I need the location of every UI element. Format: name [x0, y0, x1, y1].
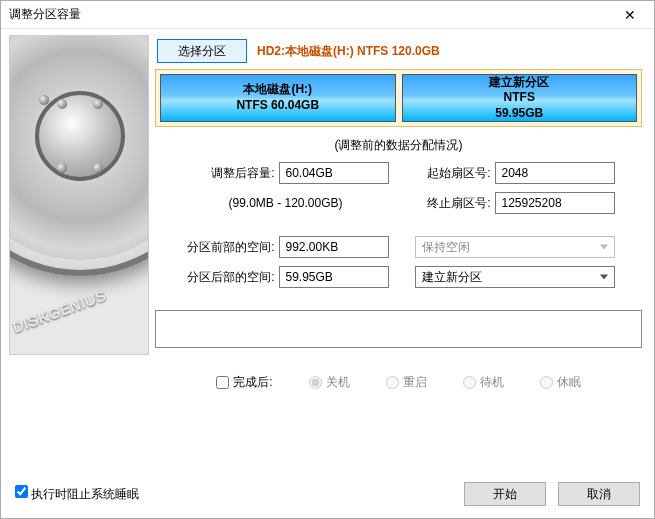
label-start-sector: 起始扇区号: — [415, 165, 491, 182]
prevent-sleep-input[interactable] — [15, 485, 28, 498]
partition-info: NTFS 60.04GB — [236, 98, 319, 114]
radio-restart-input — [386, 376, 399, 389]
after-done-label: 完成后: — [233, 374, 272, 391]
close-button[interactable]: ✕ — [610, 2, 650, 28]
combo-space-after-value: 建立新分区 — [422, 269, 482, 286]
window-title: 调整分区容量 — [9, 6, 81, 23]
brand-text: DISKGENIUS — [10, 286, 108, 336]
input-end-sector[interactable] — [495, 192, 615, 214]
partition-info: NTFS — [504, 90, 535, 106]
radio-hibernate-input — [540, 376, 553, 389]
start-button[interactable]: 开始 — [464, 482, 546, 506]
titlebar: 调整分区容量 ✕ — [1, 1, 654, 29]
radio-hibernate: 休眠 — [540, 374, 581, 391]
input-size-after[interactable] — [279, 162, 389, 184]
input-space-after[interactable] — [279, 266, 389, 288]
prevent-sleep-checkbox[interactable]: 执行时阻止系统睡眠 — [15, 485, 139, 503]
radio-shutdown: 关机 — [309, 374, 350, 391]
input-space-before[interactable] — [279, 236, 389, 258]
partition-name: 建立新分区 — [489, 75, 549, 91]
close-icon: ✕ — [624, 7, 636, 23]
select-partition-label: 选择分区 — [178, 43, 226, 60]
combo-space-before: 保持空闲 — [415, 236, 615, 258]
form-grid: 调整后容量: 起始扇区号: (99.0MB - 120.00GB) 终止扇区号:… — [155, 162, 642, 288]
combo-space-before-value: 保持空闲 — [422, 239, 470, 256]
footer: 执行时阻止系统睡眠 开始 取消 — [1, 474, 654, 518]
partition-block-existing[interactable]: 本地磁盘(H:) NTFS 60.04GB — [160, 74, 396, 122]
disk-illustration: DISKGENIUS — [9, 35, 149, 355]
dialog-window: 调整分区容量 ✕ DISKGENIUS 选择分区 HD2:本地磁盘(H:) NT… — [0, 0, 655, 519]
input-start-sector[interactable] — [495, 162, 615, 184]
hdd-hub — [35, 91, 125, 181]
label-size-after: 调整后容量: — [183, 165, 275, 182]
hdd-platter — [9, 35, 149, 276]
radio-shutdown-input — [309, 376, 322, 389]
cancel-button[interactable]: 取消 — [558, 482, 640, 506]
partition-info2: 59.95GB — [495, 106, 543, 122]
layout-caption: (调整前的数据分配情况) — [155, 127, 642, 162]
preview-box — [155, 310, 642, 348]
disk-label: HD2:本地磁盘(H:) NTFS 120.0GB — [257, 43, 440, 60]
label-space-after: 分区后部的空间: — [183, 269, 275, 286]
radio-standby: 待机 — [463, 374, 504, 391]
after-done-row: 完成后: 关机 重启 待机 休眠 — [155, 374, 642, 391]
after-done-checkbox[interactable]: 完成后: — [216, 374, 272, 391]
after-done-checkbox-input[interactable] — [216, 376, 229, 389]
radio-standby-input — [463, 376, 476, 389]
label-space-before: 分区前部的空间: — [183, 239, 275, 256]
combo-space-after[interactable]: 建立新分区 — [415, 266, 615, 288]
partition-block-new[interactable]: 建立新分区 NTFS 59.95GB — [402, 74, 638, 122]
radio-restart: 重启 — [386, 374, 427, 391]
partition-layout[interactable]: 本地磁盘(H:) NTFS 60.04GB 建立新分区 NTFS 59.95GB — [155, 69, 642, 127]
size-range: (99.0MB - 120.00GB) — [183, 196, 389, 210]
label-end-sector: 终止扇区号: — [415, 195, 491, 212]
select-partition-button[interactable]: 选择分区 — [157, 39, 247, 63]
prevent-sleep-label: 执行时阻止系统睡眠 — [31, 487, 139, 501]
partition-name: 本地磁盘(H:) — [243, 82, 312, 98]
